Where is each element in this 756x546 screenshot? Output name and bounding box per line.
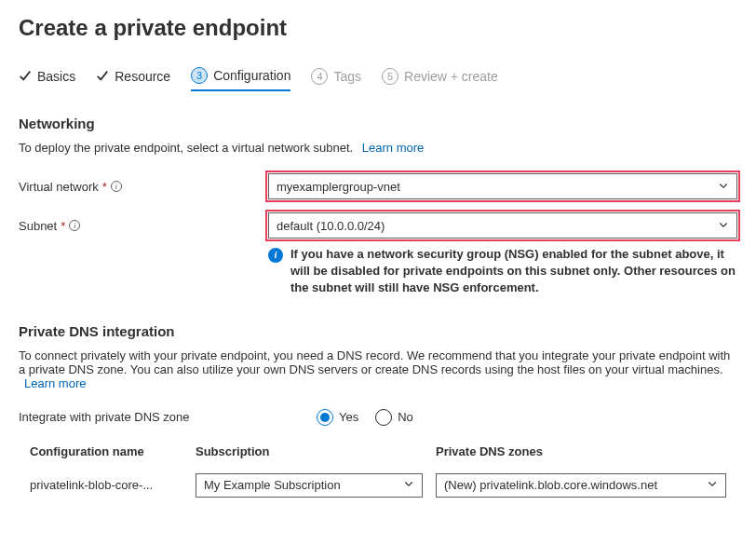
step-number-badge: 4 [311, 68, 328, 85]
subnet-select[interactable]: default (10.0.0.0/24) [268, 212, 737, 239]
subnet-value: default (10.0.0.0/24) [277, 219, 385, 233]
section-dns-title: Private DNS integration [19, 323, 737, 339]
info-icon: i [268, 248, 283, 263]
tab-label: Resource [115, 69, 170, 84]
tab-label: Review + create [404, 69, 498, 84]
chevron-down-icon [707, 478, 718, 492]
vnet-value: myexamplergroup-vnet [277, 180, 400, 194]
step-number-badge: 3 [191, 67, 208, 84]
table-row: privatelink-blob-core-... My Example Sub… [30, 468, 726, 503]
tab-configuration[interactable]: 3 Configuration [191, 67, 290, 91]
radio-icon [375, 409, 392, 426]
col-zone-header: Private DNS zones [436, 444, 726, 458]
tab-resource[interactable]: Resource [96, 69, 170, 90]
tab-basics[interactable]: Basics [19, 69, 75, 90]
vnet-select[interactable]: myexamplergroup-vnet [268, 173, 737, 199]
dns-table: Configuration name Subscription Private … [19, 444, 737, 503]
required-marker: * [102, 180, 107, 194]
tab-tags[interactable]: 4 Tags [311, 68, 361, 90]
tab-label: Tags [333, 69, 361, 84]
radio-label: No [398, 410, 413, 424]
integrate-radio-group: Yes No [317, 409, 413, 426]
tab-label: Configuration [213, 68, 290, 83]
chevron-down-icon [718, 219, 729, 233]
radio-no[interactable]: No [375, 409, 413, 426]
check-icon [19, 69, 32, 85]
subnet-label: Subnet * i [19, 219, 268, 233]
required-marker: * [61, 219, 65, 233]
info-icon[interactable]: i [111, 181, 122, 192]
radio-label: Yes [339, 410, 358, 424]
integrate-label: Integrate with private DNS zone [19, 410, 317, 424]
learn-more-link[interactable]: Learn more [362, 141, 424, 155]
info-icon[interactable]: i [69, 220, 80, 231]
section-dns-desc: To connect privately with your private e… [19, 348, 737, 390]
tab-label: Basics [37, 69, 75, 84]
section-networking-title: Networking [19, 116, 737, 131]
radio-icon [317, 409, 333, 426]
nsg-info-text: If you have a network security group (NS… [290, 246, 737, 297]
chevron-down-icon [718, 180, 729, 194]
page-title: Create a private endpoint [19, 15, 737, 41]
radio-yes[interactable]: Yes [317, 409, 358, 426]
nsg-info-banner: i If you have a network security group (… [268, 246, 737, 297]
tab-review[interactable]: 5 Review + create [382, 68, 498, 90]
subscription-select[interactable]: My Example Subscription [196, 473, 423, 498]
section-networking-desc: To deploy the private endpoint, select a… [19, 141, 737, 155]
learn-more-link[interactable]: Learn more [24, 376, 86, 390]
config-name: privatelink-blob-core-... [30, 478, 196, 492]
col-config-header: Configuration name [30, 444, 196, 458]
step-number-badge: 5 [382, 68, 398, 85]
vnet-label: Virtual network * i [19, 180, 268, 194]
chevron-down-icon [403, 478, 414, 492]
wizard-tabs: Basics Resource 3 Configuration 4 Tags 5… [19, 67, 737, 91]
dns-zone-select[interactable]: (New) privatelink.blob.core.windows.net [436, 473, 726, 498]
check-icon [96, 69, 109, 85]
col-sub-header: Subscription [196, 444, 436, 458]
